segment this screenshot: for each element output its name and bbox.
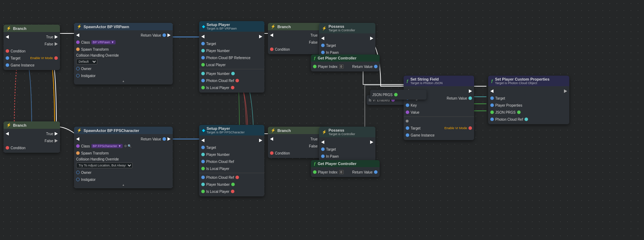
branch2-body: True False Condition [4, 129, 60, 153]
set-player-target-pin [490, 96, 494, 100]
spawn-fps-return-label: Return Value [141, 137, 161, 141]
spawn-vr-header: ⚡ SpawnActor BP VRPawn [74, 23, 173, 30]
spawn-fps-collision-select[interactable]: Try To Adjust Location, But Always Spawn… [76, 163, 133, 168]
setup-vr-localout-pin2 [231, 86, 234, 89]
branch-node-1: ⚡ Branch True False [4, 25, 60, 70]
setup-vr-target-row: Target [199, 40, 264, 47]
spawn-vr-title: SpawnActor BP VRPawn [84, 25, 129, 29]
getpc-fps-node: ƒ Get Player Controller Player Index 0 R… [311, 160, 380, 177]
setup-vr-target-label: Target [206, 42, 216, 46]
setup-vr-localout-pin [201, 86, 205, 89]
getpc-vr-icon: ƒ [314, 56, 316, 60]
setup-vr-photon-label: Photon Cloud BP Reference [206, 56, 250, 60]
branch-fps-false-row: False [268, 143, 324, 150]
set-string-gi-label: Game Instance [411, 133, 435, 137]
branch1-row-false: False [4, 40, 60, 48]
spawn-vr-exec-row: Return Value [74, 32, 173, 39]
spawn-fps-transform-pin [76, 151, 80, 155]
possess-fps-target-row: Target [319, 146, 375, 153]
spawn-vr-icon: ⚡ [77, 24, 82, 29]
spawn-fps-class-label: Class [81, 144, 90, 148]
set-string-enable-label: Enable Vr Mode [444, 126, 467, 130]
setup-fps-local-label: Is Local Player [206, 167, 229, 171]
spawn-vr-exec-in [76, 33, 79, 37]
possess-vr-exec-row [319, 35, 375, 42]
possess-fps-body: Target In Pawn [319, 137, 375, 161]
possess-vr-target-label: Target [326, 44, 336, 48]
branch-vr-title: Branch [277, 25, 291, 29]
setup-vr-title: Setup Player [207, 23, 237, 27]
getpc-vr-node: ƒ Get Player Controller Player Index 0 R… [311, 55, 380, 71]
branch-fps-condition-row: Condition [268, 150, 324, 157]
spawn-fps-class-row: Class BP FPScharacter ▼ ⚙ 🔍 [74, 143, 173, 150]
setup-fps-photonout-label: Photon Cloud Ref [206, 176, 234, 179]
setup-fps-subtitle: Target is BP FPSCharacter [207, 131, 245, 134]
set-player-props-node: ƒ Set Player Custom Properties Target is… [488, 76, 569, 124]
spawn-vr-transform-row: Spawn Transform [74, 46, 173, 53]
possess-vr-target-row: Target [319, 42, 375, 49]
setup-vr-local-row: Local Player [199, 61, 264, 68]
possess-fps-target-label: Target [326, 147, 336, 151]
setup-vr-exec-row [199, 33, 264, 40]
possess-fps-subtitle: Target is Controller [329, 132, 355, 136]
branch-vr-false-label: False [309, 40, 318, 44]
setup-fps-exec-row [199, 137, 264, 144]
setup-vr-pnout-pin [201, 72, 205, 75]
possess-fps-pawn-row: In Pawn [319, 153, 375, 160]
spawn-vr-instigator-label: Instigator [81, 74, 96, 78]
setup-fps-photon-pin [201, 160, 205, 163]
set-player-target-label: Target [495, 96, 505, 100]
spawn-vr-collision-select[interactable]: Default [76, 59, 97, 64]
getpc-vr-index-pin [313, 65, 317, 68]
set-string-target2-pin [406, 126, 409, 130]
setup-player-fps-node: ◆ Setup Player Target is BP FPSCharacter… [199, 125, 264, 196]
branch2-true-pin [55, 132, 58, 135]
branch1-false-label: False [45, 42, 53, 46]
setup-vr-local-label: Local Player [206, 63, 226, 67]
set-string-target2-label: Target [411, 126, 421, 130]
spawn-fps-body: Return Value Class BP FPScharacter ▼ ⚙ 🔍… [74, 134, 173, 188]
set-string-key-row: Key [404, 102, 474, 109]
setup-fps-target-pin [201, 146, 205, 149]
possess-fps-title: Possess [329, 128, 355, 132]
setup-vr-body: Target Player Number Photon Cloud BP Ref… [199, 32, 264, 93]
branch1-target-pin [6, 56, 9, 60]
setup-fps-local-pin [201, 167, 205, 170]
set-player-exec-in [490, 89, 493, 93]
set-string-value-label: Value [411, 110, 419, 114]
branch2-condition-pin [6, 146, 9, 150]
spawn-fps-class-value: BP FPScharacter ▼ [91, 144, 123, 148]
getpc-fps-index-row: Player Index 0 Return Value [311, 169, 380, 176]
spawn-vr-class-row: Class BP VRPawn ▼ [74, 39, 173, 46]
spawn-fps-exec-in [76, 137, 79, 141]
branch1-true-label: True [46, 35, 53, 39]
set-player-props-pin [490, 103, 494, 107]
set-string-target2-row: Target Enable Vr Mode [404, 125, 474, 132]
set-string-divider [404, 116, 474, 117]
setup-player-vr-node: ◆ Setup Player Target is BP VRPawn Targe… [199, 21, 264, 93]
setup-vr-photonout-row: Photon Cloud Ref [199, 77, 264, 84]
spawn-fps-title: SpawnActor BP FPSCharacter [84, 128, 139, 133]
spawn-fps-exec-row: Return Value [74, 135, 173, 143]
set-string-gi-pin [406, 133, 409, 137]
possess-fps-exec-in [321, 140, 324, 144]
setup-fps-photonout-row: Photon Cloud Ref [199, 174, 264, 181]
setup-vr-pn-label: Player Number [206, 49, 230, 53]
spawn-fps-collision-label: Collision Handling Override [76, 157, 119, 161]
branch-vr-header: ⚡ Branch [268, 23, 324, 30]
getpc-fps-index-pin [313, 170, 317, 174]
branch1-gi-label: Game Instance [11, 63, 35, 67]
set-string-subtitle: Target is Photon JSON [410, 81, 443, 85]
spawn-vr-instigator-row: Instigator [74, 72, 173, 79]
getpc-fps-title: Get Player Controller [318, 162, 356, 166]
possess-vr-subtitle: Target is Controller [329, 29, 355, 32]
setup-fps-pnout-label: Player Number [206, 183, 230, 187]
setup-vr-local-pin [201, 63, 205, 67]
spawn-vr-class-value: BP VRPawn ▼ [91, 40, 116, 44]
set-player-props-row: Player Properties [488, 102, 569, 109]
set-player-jsonprgs-row: JSON PRGS [488, 109, 569, 116]
branch2-false-row: False [4, 137, 60, 144]
setup-fps-pn-pin [201, 153, 205, 156]
branch1-condition-label: Condition [11, 49, 25, 53]
possess-vr-exec-out [370, 37, 373, 40]
